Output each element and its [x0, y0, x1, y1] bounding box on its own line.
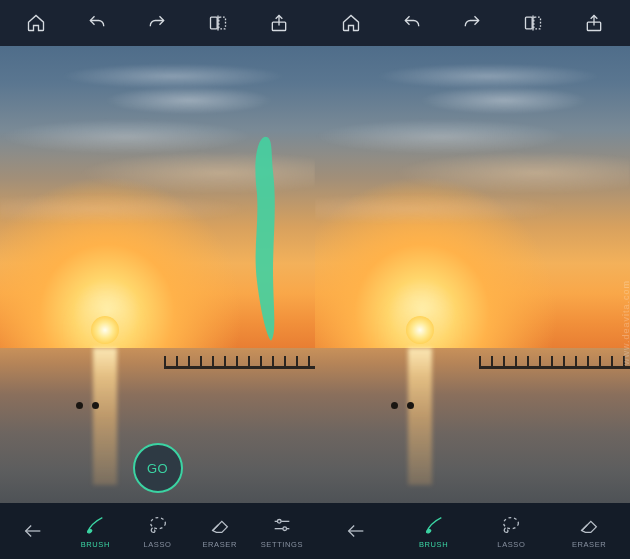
go-button[interactable]: GO	[133, 443, 183, 493]
tool-brush-label: BRUSH	[419, 540, 448, 549]
eraser-icon	[209, 514, 231, 536]
redo-icon	[147, 13, 167, 33]
bottom-toolbar-right: BRUSH LASSO ERASER	[315, 503, 630, 559]
back-button[interactable]	[317, 503, 395, 559]
redo-button[interactable]	[127, 0, 188, 46]
svg-point-4	[150, 517, 165, 528]
tool-brush-label: BRUSH	[81, 540, 110, 549]
redo-icon	[462, 13, 482, 33]
svg-point-9	[283, 526, 287, 530]
go-button-label: GO	[147, 461, 168, 476]
share-icon	[584, 13, 604, 33]
tool-settings-label: SETTINGS	[261, 540, 303, 549]
compare-icon	[523, 13, 543, 33]
share-button[interactable]	[248, 0, 309, 46]
lasso-icon	[500, 514, 522, 536]
tool-lasso[interactable]: LASSO	[126, 503, 188, 559]
share-button[interactable]	[563, 0, 624, 46]
svg-rect-1	[219, 17, 226, 29]
tool-lasso-label: LASSO	[144, 540, 172, 549]
brush-icon	[423, 514, 445, 536]
share-icon	[269, 13, 289, 33]
compare-button[interactable]	[503, 0, 564, 46]
back-arrow-icon	[22, 520, 44, 542]
svg-line-15	[582, 525, 588, 531]
undo-icon	[402, 13, 422, 33]
lasso-icon	[147, 514, 169, 536]
home-button[interactable]	[321, 0, 382, 46]
svg-rect-10	[526, 17, 533, 29]
svg-rect-11	[534, 17, 541, 29]
photo-preview-result	[315, 46, 630, 503]
home-button[interactable]	[6, 0, 67, 46]
svg-point-7	[277, 519, 281, 523]
undo-button[interactable]	[382, 0, 443, 46]
svg-rect-0	[211, 17, 218, 29]
top-toolbar	[0, 0, 315, 46]
home-icon	[341, 13, 361, 33]
tool-brush[interactable]: BRUSH	[64, 503, 126, 559]
photo-preview	[0, 46, 315, 503]
tool-brush[interactable]: BRUSH	[395, 503, 473, 559]
tool-lasso[interactable]: LASSO	[473, 503, 551, 559]
settings-icon	[271, 514, 293, 536]
canvas-result[interactable]	[315, 46, 630, 503]
svg-line-5	[212, 525, 218, 531]
left-pane: GO BRUSH LASSO ERASER SETTINGS	[0, 0, 315, 559]
undo-button[interactable]	[67, 0, 128, 46]
top-toolbar-right	[315, 0, 630, 46]
tool-settings[interactable]: SETTINGS	[251, 503, 313, 559]
bottom-toolbar: BRUSH LASSO ERASER SETTINGS	[0, 503, 315, 559]
eraser-icon	[578, 514, 600, 536]
svg-point-14	[504, 517, 519, 528]
tool-eraser-label: ERASER	[572, 540, 606, 549]
right-pane: BRUSH LASSO ERASER	[315, 0, 630, 559]
brush-icon	[84, 514, 106, 536]
tool-eraser-label: ERASER	[202, 540, 236, 549]
canvas[interactable]: GO	[0, 46, 315, 503]
tool-eraser[interactable]: ERASER	[189, 503, 251, 559]
compare-icon	[208, 13, 228, 33]
back-arrow-icon	[345, 520, 367, 542]
compare-button[interactable]	[188, 0, 249, 46]
tool-eraser[interactable]: ERASER	[550, 503, 628, 559]
undo-icon	[87, 13, 107, 33]
home-icon	[26, 13, 46, 33]
back-button[interactable]	[2, 503, 64, 559]
tool-lasso-label: LASSO	[497, 540, 525, 549]
app-container: GO BRUSH LASSO ERASER SETTINGS	[0, 0, 630, 559]
redo-button[interactable]	[442, 0, 503, 46]
